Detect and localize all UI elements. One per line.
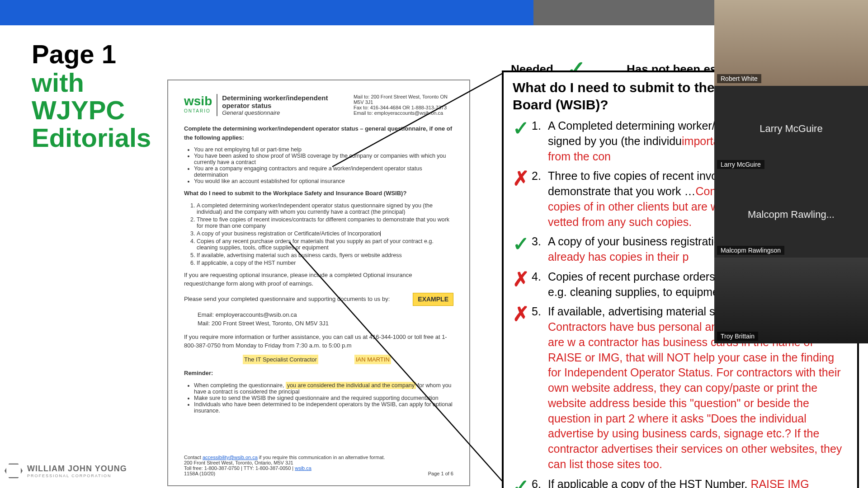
zoom-item-number: 1. [532,118,548,164]
text-cursor [380,231,381,236]
participant-name-label: Larry McGuire [717,160,764,169]
accessibility-link[interactable]: accessibility@wsib.on.ca [203,455,258,460]
doc-bullet: You would like an account established fo… [194,178,453,184]
participant-display-name: Larry McGuire [760,123,822,135]
doc-fax: Fax to: 416-344-4684 OR 1-888-313-7373 [354,105,453,110]
doc-q-item: A completed determining worker/independe… [197,202,453,215]
check-icon: ✓ [513,230,532,265]
x-icon: ✗ [513,266,532,300]
wsib-logo: wsib [184,94,212,108]
title-line4: Editorials [32,124,151,152]
x-icon: ✗ [513,165,532,230]
doc-send: Please send your completed questionnaire… [184,295,390,304]
doc-form-id: 1158A (10/20) [184,471,453,476]
wsib-link[interactable]: wsib.ca [295,465,311,471]
participant-tile[interactable]: Robert White [714,0,868,86]
doc-email: Email to: employeraccounts@wsib.on.ca [354,110,453,116]
ian-martin-highlight: IAN MARTIN [354,355,391,365]
doc-q-item: Copies of any recent purchase orders for… [197,238,453,251]
slide-content: Page 1 with WJYPC Editorials wsib ONTARI… [0,25,723,488]
participant-name-label: Troy Brittain [717,332,758,341]
wsib-logo-sub: ONTARIO [184,108,212,113]
doc-bullet: You are not employing full or part-time … [194,146,453,153]
doc-email-line: Email: employeraccounts@wsib.on.ca [198,310,453,319]
participant-name-label: Robert White [717,74,761,83]
company-logo: WILLIAM JOHN YOUNG PROFESSIONAL CORPORAT… [5,463,127,479]
zoom-item-number: 2. [532,169,548,230]
participant-display-name: Malcopm Rawling... [748,209,835,221]
doc-q-list: A completed determining worker/independe… [197,202,453,266]
doc-bullet: You have been asked to show proof of WSI… [194,153,453,165]
slide-title: Page 1 with WJYPC Editorials [32,39,151,152]
doc-q-item: A copy of your business registration or … [197,230,453,237]
doc-q-item: If applicable, a copy of the HST number [197,260,453,266]
zoom-item-number: 5. [532,304,548,472]
logo-sub: PROFESSIONAL CORPORATION [27,474,127,478]
doc-mail: Mail to: 200 Front Street West, Toronto … [354,94,453,105]
doc-page-num: Page 1 of 6 [428,471,453,476]
reminder-heading: Reminder: [184,369,453,378]
doc-addr: 200 Front Street West, Toronto, Ontario,… [184,460,453,465]
doc-title: Determining worker/independent operator … [222,94,354,109]
doc-q-item: Three to five copies of recent invoices/… [197,216,453,229]
doc-q-heading: What do I need to submit to the Workplac… [184,189,453,198]
title-line1: Page 1 [32,39,151,69]
reminder-item: Make sure to send the WSIB the signed qu… [194,395,453,401]
participant-tile[interactable]: Larry McGuire Larry McGuire [714,86,868,172]
zoom-list-item: ✓6.If applicable a copy of the HST Numbe… [513,477,848,488]
participant-name-label: Malcopm Rawlingson [717,246,784,255]
document-preview: wsib ONTARIO Determining worker/independ… [167,80,470,486]
doc-bullet: You are a company engaging contractors a… [194,165,453,178]
check-icon: ✓ [513,473,532,488]
doc-optional: If you are requesting optional insurance… [184,271,453,288]
title-line3: WJYPC [32,97,151,124]
participants-panel: Robert White Larry McGuire Larry McGuire… [714,0,868,343]
reminder-item: Individuals who have been determined to … [194,401,453,414]
zoom-item-number: 4. [532,269,548,300]
example-badge: EXAMPLE [413,293,453,306]
reminder-item: When completing the questionnaire, you a… [194,382,453,395]
zoom-item-number: 6. [532,477,548,488]
title-line2: with [32,69,151,97]
participant-tile[interactable]: Troy Brittain [714,258,868,343]
doc-mail-line: Mail: 200 Front Street West, Toronto, ON… [198,319,453,328]
logo-text: WILLIAM JOHN YOUNG [27,464,127,474]
x-icon: ✗ [513,300,532,472]
doc-assist: If you require more information or furth… [184,333,453,350]
doc-bullets: You are not employing full or part-time … [194,146,453,184]
it-specialist-highlight: The IT Specialist Contractor [243,355,318,365]
doc-q-item: If available, advertising material such … [197,252,453,258]
doc-subtitle: General questionnaire [222,109,354,116]
doc-intro: Complete the determining worker/independ… [184,124,453,142]
doc-footer: Contact accessibility@wsib.on.ca if you … [184,455,453,476]
zoom-item-text: If applicable a copy of the HST Number. … [548,477,848,488]
hexagon-icon [5,463,23,479]
top-bar-blue [0,0,533,25]
participant-tile[interactable]: Malcopm Rawling... Malcopm Rawlingson [714,172,868,258]
check-icon: ✓ [513,115,532,164]
zoom-item-number: 3. [532,234,548,265]
reminder-list: When completing the questionnaire, you a… [194,382,453,414]
